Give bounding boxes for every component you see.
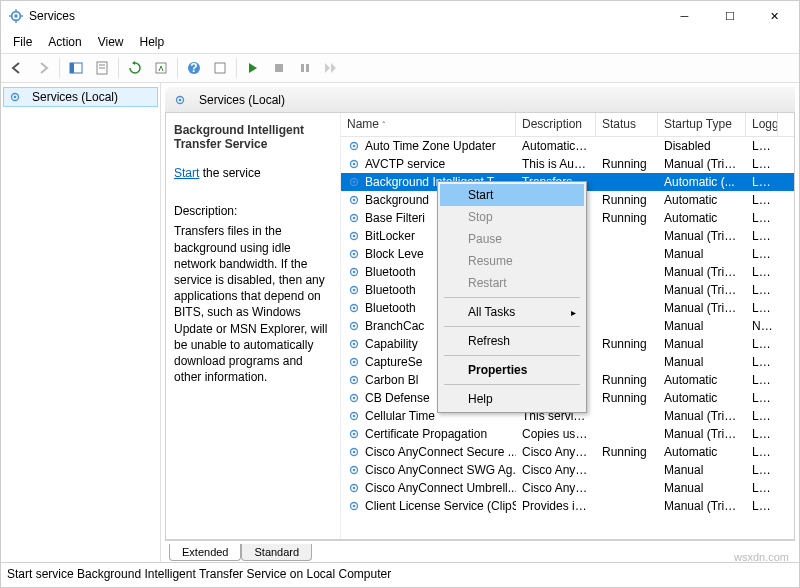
- gear-icon: [347, 301, 361, 315]
- status-bar: Start service Background Intelligent Tra…: [1, 562, 799, 584]
- col-description[interactable]: Description: [516, 113, 596, 136]
- pause-svc-button[interactable]: [293, 56, 317, 80]
- gear-icon: [347, 355, 361, 369]
- props-button[interactable]: [208, 56, 232, 80]
- svg-point-53: [353, 415, 356, 418]
- window-title: Services: [29, 9, 662, 23]
- gear-icon: [347, 391, 361, 405]
- menu-file[interactable]: File: [5, 32, 40, 52]
- svg-point-43: [353, 325, 356, 328]
- watermark: wsxdn.com: [734, 551, 789, 563]
- svc-name: Base Filteri: [365, 211, 425, 225]
- svc-name: AVCTP service: [365, 157, 445, 171]
- svc-type: Automatic: [658, 211, 746, 225]
- svc-type: Automatic: [658, 373, 746, 387]
- svc-type: Automatic (...: [658, 175, 746, 189]
- export-button[interactable]: [149, 56, 173, 80]
- service-row[interactable]: Client License Service (ClipS...Provides…: [341, 497, 794, 515]
- refresh-button[interactable]: [123, 56, 147, 80]
- service-row[interactable]: Cisco AnyConnect Umbrell...Cisco AnyC...…: [341, 479, 794, 497]
- svc-name: Certificate Propagation: [365, 427, 487, 441]
- svc-name: Block Leve: [365, 247, 424, 261]
- maximize-button[interactable]: ☐: [707, 1, 752, 31]
- svc-status: Running: [596, 337, 658, 351]
- close-button[interactable]: ✕: [752, 1, 797, 31]
- svg-point-41: [353, 307, 356, 310]
- minimize-button[interactable]: ─: [662, 1, 707, 31]
- start-link[interactable]: Start: [174, 166, 199, 180]
- tab-extended[interactable]: Extended: [169, 544, 241, 561]
- restart-svc-button[interactable]: [319, 56, 343, 80]
- svg-rect-14: [215, 63, 225, 73]
- back-button[interactable]: [5, 56, 29, 80]
- nav-services-local[interactable]: Services (Local): [3, 87, 158, 107]
- service-row[interactable]: Certificate PropagationCopies user ...Ma…: [341, 425, 794, 443]
- service-row[interactable]: Cisco AnyConnect Secure ...Cisco AnyC...…: [341, 443, 794, 461]
- nav-item-label: Services (Local): [32, 90, 118, 104]
- tab-standard[interactable]: Standard: [241, 544, 312, 561]
- svc-name: Bluetooth: [365, 265, 416, 279]
- menu-action[interactable]: Action: [40, 32, 89, 52]
- context-menu: Start Stop Pause Resume Restart All Task…: [437, 181, 587, 413]
- ctx-alltasks[interactable]: All Tasks▸: [440, 301, 584, 323]
- svc-type: Manual (Trig...: [658, 427, 746, 441]
- svg-point-31: [353, 217, 356, 220]
- svc-log: Loca: [746, 193, 778, 207]
- svc-type: Manual (Trig...: [658, 229, 746, 243]
- svg-point-1: [14, 14, 18, 18]
- svg-point-33: [353, 235, 356, 238]
- ctx-help[interactable]: Help: [440, 388, 584, 410]
- gear-icon: [347, 499, 361, 513]
- gear-icon: [173, 93, 187, 107]
- col-name[interactable]: Name ˆ: [341, 113, 516, 136]
- ctx-start[interactable]: Start: [440, 184, 584, 206]
- ctx-resume: Resume: [440, 250, 584, 272]
- svc-log: Loca: [746, 373, 778, 387]
- gear-icon: [347, 463, 361, 477]
- svg-rect-11: [156, 63, 166, 73]
- svc-log: Loca: [746, 409, 778, 423]
- toolbar: ?: [1, 53, 799, 83]
- svg-rect-7: [70, 63, 74, 73]
- forward-button[interactable]: [31, 56, 55, 80]
- gear-icon: [347, 427, 361, 441]
- col-startup-type[interactable]: Startup Type: [658, 113, 746, 136]
- ctx-refresh[interactable]: Refresh: [440, 330, 584, 352]
- gear-icon: [347, 211, 361, 225]
- show-hide-button[interactable]: [64, 56, 88, 80]
- content-header-label: Services (Local): [199, 93, 285, 107]
- app-icon: [9, 9, 23, 23]
- svc-desc: Provides inf...: [516, 499, 596, 513]
- svc-status: Running: [596, 157, 658, 171]
- stop-svc-button[interactable]: [267, 56, 291, 80]
- svc-name: CaptureSe: [365, 355, 422, 369]
- gear-icon: [347, 175, 361, 189]
- gear-icon: [347, 157, 361, 171]
- ctx-properties[interactable]: Properties: [440, 359, 584, 381]
- svc-type: Manual (Trig...: [658, 265, 746, 279]
- service-row[interactable]: AVCTP serviceThis is Audi...RunningManua…: [341, 155, 794, 173]
- svc-name: Background: [365, 193, 429, 207]
- ctx-stop: Stop: [440, 206, 584, 228]
- svg-rect-17: [306, 64, 309, 72]
- menu-help[interactable]: Help: [132, 32, 173, 52]
- svc-type: Manual (Trig...: [658, 499, 746, 513]
- col-log[interactable]: Logged On As: [746, 113, 778, 136]
- svg-rect-16: [301, 64, 304, 72]
- svg-point-29: [353, 199, 356, 202]
- service-row[interactable]: Auto Time Zone UpdaterAutomatica...Disab…: [341, 137, 794, 155]
- ctx-restart: Restart: [440, 272, 584, 294]
- toolbar-separator: [118, 58, 119, 78]
- svg-point-51: [353, 397, 356, 400]
- col-status[interactable]: Status: [596, 113, 658, 136]
- link-suffix: the service: [199, 166, 260, 180]
- menu-view[interactable]: View: [90, 32, 132, 52]
- svc-status: Running: [596, 211, 658, 225]
- help-button[interactable]: ?: [182, 56, 206, 80]
- svg-point-63: [353, 505, 356, 508]
- service-row[interactable]: Cisco AnyConnect SWG Ag...Cisco AnyC...M…: [341, 461, 794, 479]
- properties-button[interactable]: [90, 56, 114, 80]
- start-svc-button[interactable]: [241, 56, 265, 80]
- svc-type: Manual: [658, 481, 746, 495]
- toolbar-separator: [59, 58, 60, 78]
